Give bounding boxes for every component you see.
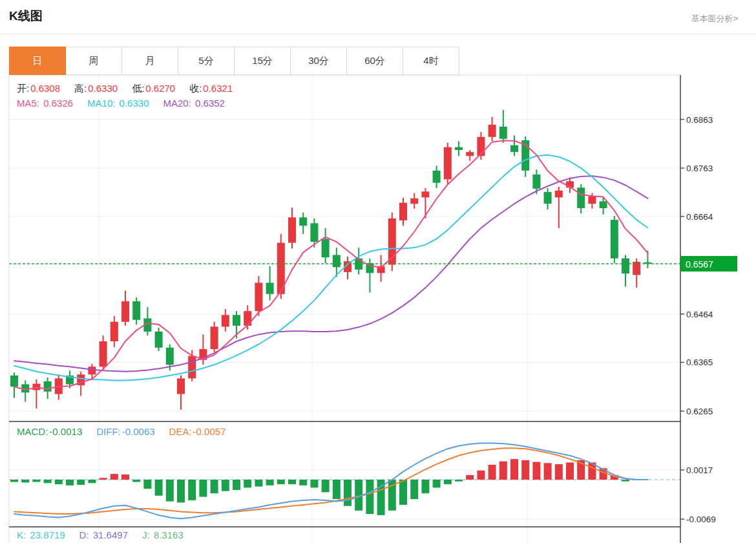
svg-text:0.6464: 0.6464	[686, 310, 713, 319]
close-label: 收:	[189, 83, 202, 95]
svg-text:0.6567: 0.6567	[686, 259, 713, 270]
ma10-label: MA10:	[87, 98, 115, 109]
diff-label: DIFF:	[96, 426, 121, 437]
dea-label: DEA:	[169, 426, 192, 437]
svg-text:0.6265: 0.6265	[686, 407, 713, 416]
macd-label: MACD:	[17, 426, 48, 437]
open-label: 开:	[17, 83, 29, 95]
ma20-label: MA20:	[163, 98, 191, 109]
open-value: 0.6308	[30, 83, 60, 95]
svg-text:0.0017: 0.0017	[686, 465, 713, 475]
k-label: K:	[17, 529, 26, 540]
d-label: D:	[79, 529, 89, 540]
ma5-value: 0.6326	[43, 98, 73, 109]
ma-readout: MA5: 0.6326 MA10: 0.6330 MA20: 0.6352	[17, 98, 239, 109]
diff-value: -0.0063	[122, 426, 155, 437]
ma20-value: 0.6352	[195, 98, 225, 109]
low-value: 0.6270	[145, 83, 175, 95]
close-value: 0.6321	[203, 83, 233, 95]
svg-text:0.6763: 0.6763	[686, 164, 713, 173]
svg-text:-0.0069: -0.0069	[686, 515, 716, 524]
j-value: 8.3163	[154, 529, 184, 540]
j-label: J:	[142, 529, 150, 540]
low-label: 低:	[132, 83, 144, 95]
high-label: 高:	[74, 83, 87, 95]
svg-text:0.6664: 0.6664	[686, 212, 713, 222]
d-value: 31.6497	[93, 529, 128, 540]
svg-text:0.6863: 0.6863	[686, 115, 713, 125]
dea-value: -0.0057	[193, 426, 226, 437]
high-value: 0.6330	[88, 83, 118, 95]
ma10-value: 0.6330	[120, 98, 149, 109]
kdj-readout: K: 23.8719 D: 31.6497 J: 8.3163	[17, 529, 198, 540]
kline-page: K线图 基本面分析> 日 周 月 5分 15分 30分 60分 4时 0.686…	[0, 0, 756, 543]
ohlc-readout: 开:0.6308 高:0.6330 低:0.6270 收:0.6321	[17, 83, 247, 95]
k-value: 23.8719	[30, 529, 65, 540]
macd-readout: MACD:-0.0013 DIFF:-0.0063 DEA:-0.0057	[17, 426, 240, 437]
svg-text:0.6365: 0.6365	[686, 357, 713, 367]
kline-chart[interactable]: 0.68630.67630.66640.64640.63650.62650.00…	[0, 0, 756, 543]
macd-value: -0.0013	[49, 426, 82, 437]
tab-day[interactable]: 日	[9, 47, 66, 75]
ma5-label: MA5:	[17, 98, 39, 109]
